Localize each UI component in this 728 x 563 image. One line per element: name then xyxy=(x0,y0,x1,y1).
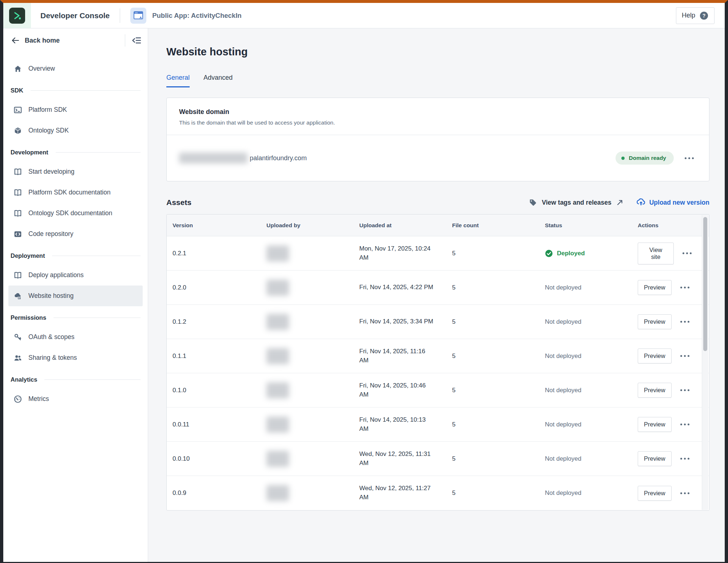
sidebar-item-label: Platform SDK xyxy=(28,106,67,114)
preview-button[interactable]: Preview xyxy=(638,349,672,363)
sidebar-item-label: Website hosting xyxy=(28,292,74,300)
collapse-sidebar-icon[interactable] xyxy=(132,36,141,45)
row-more-options-button[interactable] xyxy=(677,352,692,360)
sidebar-item-label: Ontology SDK documentation xyxy=(28,209,112,217)
status-cell: Not deployed xyxy=(545,284,638,291)
table-scrollbar-thumb[interactable] xyxy=(703,217,707,351)
app-window: Developer Console Public App: ActivityCh… xyxy=(0,0,728,563)
people-icon xyxy=(13,354,22,362)
sidebar-item-ontology-sdk[interactable]: Ontology SDK xyxy=(8,120,143,141)
view-site-button[interactable]: View site xyxy=(638,243,674,264)
domain-more-options-button[interactable] xyxy=(682,154,697,162)
row-more-options-button[interactable] xyxy=(677,318,692,326)
actions-cell: Preview xyxy=(638,383,695,398)
version-cell: 0.0.11 xyxy=(173,421,266,428)
preview-button[interactable]: Preview xyxy=(638,383,672,398)
section-divider xyxy=(31,90,141,91)
sidebar-item-platform-sdk-documentation[interactable]: Platform SDK documentation xyxy=(8,182,143,203)
version-cell: 0.0.9 xyxy=(173,489,266,497)
assets-title: Assets xyxy=(166,198,191,207)
uploaded-by-redacted xyxy=(266,245,289,261)
page-title: Website hosting xyxy=(166,46,709,58)
uploaded-at-cell: Mon, Nov 17, 2025, 10:24 AM xyxy=(359,244,434,262)
sidebar-item-label: Metrics xyxy=(28,395,49,403)
preview-button[interactable]: Preview xyxy=(638,314,672,329)
external-link-arrow-icon xyxy=(616,199,624,206)
sidebar-section-sdk: SDK xyxy=(8,79,143,99)
asset-row-0.1.0: 0.1.0Fri, Nov 14, 2025, 10:46 AM5Not dep… xyxy=(167,373,709,408)
row-more-options-button[interactable] xyxy=(677,455,692,462)
home-icon xyxy=(13,65,22,73)
uploaded-by-cell xyxy=(266,417,359,433)
book-icon xyxy=(13,271,22,279)
back-arrow-icon[interactable] xyxy=(11,37,19,44)
sidebar-item-sharing-tokens[interactable]: Sharing & tokens xyxy=(8,347,143,368)
sidebar-item-metrics[interactable]: Metrics xyxy=(8,389,143,409)
developer-console-logo-icon[interactable] xyxy=(9,8,25,24)
help-button-label: Help xyxy=(682,12,695,19)
sidebar-section-permissions: Permissions xyxy=(8,306,143,327)
status-label: Not deployed xyxy=(545,489,581,497)
file-count-cell: 5 xyxy=(452,318,545,326)
domain-card-title: Website domain xyxy=(179,108,697,116)
column-header-actions: Actions xyxy=(638,222,695,229)
sidebar-item-ontology-sdk-documentation[interactable]: Ontology SDK documentation xyxy=(8,203,143,224)
upload-new-version-button[interactable]: Upload new version xyxy=(637,198,709,207)
view-tags-link[interactable]: View tags and releases xyxy=(529,198,623,206)
uploaded-at-cell: Fri, Nov 14, 2025, 10:46 AM xyxy=(359,381,434,399)
help-button[interactable]: Help ? xyxy=(676,7,715,24)
assets-table: VersionUploaded byUploaded atFile countS… xyxy=(166,214,709,511)
uploaded-at-cell: Fri, Nov 14, 2025, 11:16 AM xyxy=(359,347,434,365)
preview-button[interactable]: Preview xyxy=(638,451,672,466)
preview-button[interactable]: Preview xyxy=(638,280,672,295)
table-scrollbar[interactable] xyxy=(702,215,708,510)
uploaded-by-redacted xyxy=(266,314,289,330)
uploaded-by-cell xyxy=(266,280,359,296)
status-label: Not deployed xyxy=(545,353,581,360)
actions-cell: Preview xyxy=(638,349,695,363)
app-chip[interactable]: Public App: ActivityCheckIn xyxy=(130,8,241,24)
actions-cell: Preview xyxy=(638,486,695,501)
row-more-options-button[interactable] xyxy=(677,489,692,497)
row-more-options-button[interactable] xyxy=(680,249,695,257)
asset-row-0.0.10: 0.0.10Wed, Nov 12, 2025, 11:31 AM5Not de… xyxy=(167,442,709,476)
sidebar-item-label: Start developing xyxy=(28,168,74,176)
actions-cell: View site xyxy=(638,243,695,264)
section-label: Analytics xyxy=(11,376,37,383)
sidebar-item-website-hosting[interactable]: Website hosting xyxy=(8,286,143,306)
upload-new-version-label: Upload new version xyxy=(649,199,709,206)
file-count-cell: 5 xyxy=(452,250,545,257)
upload-icon xyxy=(637,198,645,207)
domain-ready-badge: Domain ready xyxy=(616,151,674,165)
status-label: Not deployed xyxy=(545,421,581,428)
tab-general[interactable]: General xyxy=(166,74,190,87)
preview-button[interactable]: Preview xyxy=(638,486,672,501)
uploaded-by-cell xyxy=(266,382,359,398)
sidebar-item-oauth-scopes[interactable]: OAuth & scopes xyxy=(8,327,143,347)
view-tags-label: View tags and releases xyxy=(542,199,611,206)
tab-advanced[interactable]: Advanced xyxy=(203,74,233,87)
main-content: Website hosting General Advanced Website… xyxy=(148,28,725,562)
column-header-version: Version xyxy=(173,222,266,229)
uploaded-at-cell: Wed, Nov 12, 2025, 11:27 AM xyxy=(359,484,434,502)
sidebar-item-start-developing[interactable]: Start developing xyxy=(8,161,143,182)
preview-button[interactable]: Preview xyxy=(638,417,672,432)
uploaded-by-cell xyxy=(266,451,359,467)
row-more-options-button[interactable] xyxy=(677,386,692,394)
sidebar-item-platform-sdk[interactable]: Platform SDK xyxy=(8,99,143,120)
sidebar-item-deploy-applications[interactable]: Deploy applications xyxy=(8,265,143,286)
sidebar-section-development: Development xyxy=(8,141,143,161)
uploaded-by-redacted xyxy=(266,417,289,433)
back-home-label[interactable]: Back home xyxy=(25,37,60,44)
version-cell: 0.1.1 xyxy=(173,353,266,360)
status-cell: Not deployed xyxy=(545,318,638,326)
sidebar-item-overview[interactable]: Overview xyxy=(8,58,143,79)
uploaded-by-cell xyxy=(266,314,359,330)
row-more-options-button[interactable] xyxy=(677,284,692,291)
top-bar: Developer Console Public App: ActivityCh… xyxy=(3,3,725,28)
row-more-options-button[interactable] xyxy=(677,421,692,428)
section-divider xyxy=(52,256,141,256)
asset-row-0.2.1: 0.2.1Mon, Nov 17, 2025, 10:24 AM5Deploye… xyxy=(167,236,709,271)
sidebar-item-code-repository[interactable]: Code repository xyxy=(8,224,143,244)
section-label: Deployment xyxy=(11,252,45,259)
